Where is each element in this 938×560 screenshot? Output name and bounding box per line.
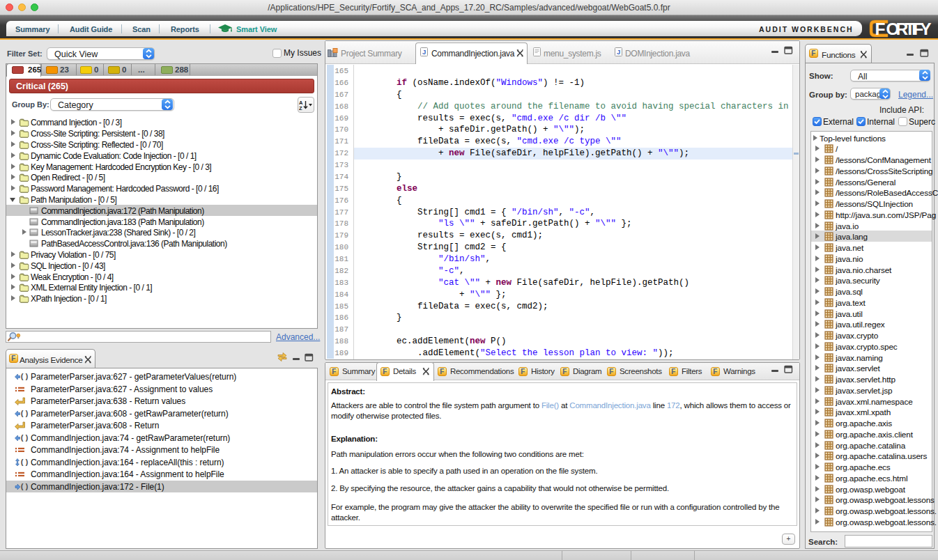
svg-text:ORTIFY: ORTIFY [886,20,932,38]
svg-text:F: F [562,368,567,375]
svg-text:F: F [671,368,675,375]
svg-text:F: F [875,20,886,38]
svg-text:F: F [713,368,717,375]
svg-text:(): () [20,373,29,381]
svg-text:F: F [811,49,815,57]
svg-text:F: F [440,368,444,375]
svg-text:F: F [383,368,387,375]
svg-text:F: F [332,368,336,375]
svg-text:F: F [609,368,613,375]
svg-text:J: J [617,48,620,56]
svg-text:(): () [20,434,29,442]
svg-text:J: J [422,48,426,56]
svg-text:(): () [20,483,29,491]
svg-text:Z: Z [299,105,302,111]
svg-text:F: F [521,368,525,375]
svg-text:(): () [20,410,29,418]
svg-text:F: F [11,355,15,362]
svg-text:(): () [20,458,29,467]
